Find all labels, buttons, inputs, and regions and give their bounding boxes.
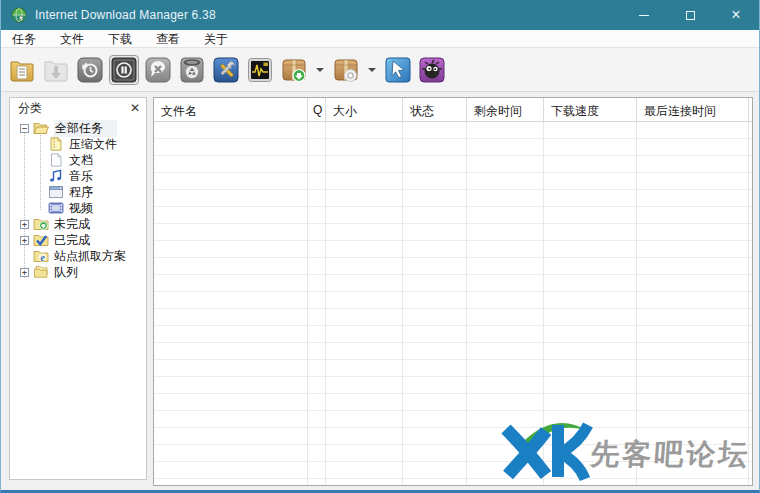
scheduler-button[interactable] xyxy=(246,56,274,84)
tree-item-9[interactable]: +队列 xyxy=(10,264,146,280)
tree-item-label: 队列 xyxy=(54,264,78,281)
tree-item-0[interactable]: −全部任务 xyxy=(10,120,146,136)
program-icon xyxy=(48,185,64,199)
menu-item-3[interactable]: 查看 xyxy=(149,30,187,48)
scheduler-icon xyxy=(247,57,273,83)
grabber-icon xyxy=(385,57,411,83)
menu-item-1[interactable]: 文件 xyxy=(53,30,91,48)
categories-title: 分类 xyxy=(18,100,42,117)
folder-check-icon xyxy=(33,233,49,247)
start-queue-icon xyxy=(281,57,307,83)
column-header-5[interactable]: 下载速度 xyxy=(544,98,637,121)
column-header-2[interactable]: 大小 xyxy=(326,98,403,121)
tree-item-label: 文档 xyxy=(69,152,93,169)
music-icon xyxy=(48,169,64,183)
tree-item-label: 视频 xyxy=(69,200,93,217)
column-gridline xyxy=(402,122,403,485)
tell-a-friend-button[interactable] xyxy=(418,56,446,84)
stop-queue-dropdown-icon[interactable] xyxy=(368,68,376,72)
delete-button[interactable] xyxy=(178,56,206,84)
xr-logo-icon xyxy=(496,409,596,483)
category-tree: −全部任务压缩文件文档音乐程序视频+未完成+已完成e站点抓取方案+队列 xyxy=(10,118,146,280)
downloads-table: 文件名Q大小状态剩余时间下载速度最后连接时间 先客吧论坛 xyxy=(153,97,753,486)
tree-item-8[interactable]: e站点抓取方案 xyxy=(10,248,146,264)
tree-item-5[interactable]: 视频 xyxy=(10,200,146,216)
column-header-6[interactable]: 最后连接时间 xyxy=(637,98,749,121)
zip-file-icon xyxy=(48,137,64,151)
maximize-button[interactable] xyxy=(667,0,713,30)
mascot-icon xyxy=(419,57,445,83)
video-icon xyxy=(48,201,64,215)
tree-item-4[interactable]: 程序 xyxy=(10,184,146,200)
tree-item-label: 程序 xyxy=(69,184,93,201)
categories-panel: 分类 ✕ −全部任务压缩文件文档音乐程序视频+未完成+已完成e站点抓取方案+队列 xyxy=(9,97,147,480)
start-queue-button[interactable] xyxy=(280,56,308,84)
column-gridline xyxy=(325,122,326,485)
column-gridline xyxy=(466,122,467,485)
watermark-text: 先客吧论坛 xyxy=(588,435,751,483)
minimize-icon xyxy=(639,15,649,16)
stop-button[interactable] xyxy=(110,56,138,84)
restart-icon xyxy=(77,57,103,83)
stop-icon xyxy=(111,57,137,83)
column-header-3[interactable]: 状态 xyxy=(403,98,467,121)
stop-all-icon xyxy=(145,57,171,83)
tree-item-label: 未完成 xyxy=(54,216,90,233)
delete-icon xyxy=(179,57,205,83)
queues-icon xyxy=(33,265,49,279)
stop-queue-icon xyxy=(333,57,359,83)
main-area: 分类 ✕ −全部任务压缩文件文档音乐程序视频+未完成+已完成e站点抓取方案+队列… xyxy=(1,92,759,490)
column-gridline xyxy=(307,122,308,485)
options-button[interactable] xyxy=(212,56,240,84)
folder-download-icon xyxy=(33,217,49,231)
expand-icon[interactable]: + xyxy=(20,220,29,229)
toolbar xyxy=(1,48,759,92)
add-url-icon xyxy=(9,57,35,83)
window-title: Internet Download Manager 6.38 xyxy=(35,8,216,22)
tree-item-2[interactable]: 文档 xyxy=(10,152,146,168)
tree-item-label: 压缩文件 xyxy=(69,136,117,153)
categories-close-icon[interactable]: ✕ xyxy=(130,102,140,114)
expand-icon[interactable]: + xyxy=(20,268,29,277)
tree-item-7[interactable]: +已完成 xyxy=(10,232,146,248)
site-grabber-icon: e xyxy=(33,249,49,263)
title-bar: Internet Download Manager 6.38 × xyxy=(1,0,759,30)
menu-item-4[interactable]: 关于 xyxy=(197,30,235,48)
resume-button[interactable] xyxy=(42,56,70,84)
table-header-row: 文件名Q大小状态剩余时间下载速度最后连接时间 xyxy=(154,98,752,122)
column-header-4[interactable]: 剩余时间 xyxy=(467,98,544,121)
options-icon xyxy=(213,57,239,83)
stop-all-button[interactable] xyxy=(144,56,172,84)
tree-item-6[interactable]: +未完成 xyxy=(10,216,146,232)
menu-item-0[interactable]: 任务 xyxy=(5,30,43,48)
menu-item-2[interactable]: 下载 xyxy=(101,30,139,48)
idm-logo-icon xyxy=(11,7,27,23)
tree-item-label: 全部任务 xyxy=(54,120,117,137)
resume-icon xyxy=(43,57,69,83)
maximize-icon xyxy=(686,11,695,20)
menu-bar: 任务文件下载查看关于 xyxy=(1,30,759,48)
grabber-button[interactable] xyxy=(384,56,412,84)
close-button[interactable]: × xyxy=(713,0,759,30)
start-queue-dropdown-icon[interactable] xyxy=(316,68,324,72)
restart-button[interactable] xyxy=(76,56,104,84)
column-header-0[interactable]: 文件名 xyxy=(154,98,308,121)
tree-item-1[interactable]: 压缩文件 xyxy=(10,136,146,152)
collapse-icon[interactable]: − xyxy=(20,124,29,133)
idm-window: Internet Download Manager 6.38 × 任务文件下载查… xyxy=(0,0,760,493)
expand-icon[interactable]: + xyxy=(20,236,29,245)
stop-queue-button[interactable] xyxy=(332,56,360,84)
column-header-1[interactable]: Q xyxy=(308,98,326,121)
folder-open-icon xyxy=(33,121,49,135)
tree-item-label: 音乐 xyxy=(69,168,93,185)
watermark: 先客吧论坛 xyxy=(496,409,750,483)
minimize-button[interactable] xyxy=(621,0,667,30)
tree-item-3[interactable]: 音乐 xyxy=(10,168,146,184)
tree-item-label: 站点抓取方案 xyxy=(54,248,126,265)
tree-item-label: 已完成 xyxy=(54,232,90,249)
categories-header: 分类 ✕ xyxy=(10,98,146,118)
close-icon: × xyxy=(731,7,740,23)
document-icon xyxy=(48,153,64,167)
add-url-button[interactable] xyxy=(8,56,36,84)
